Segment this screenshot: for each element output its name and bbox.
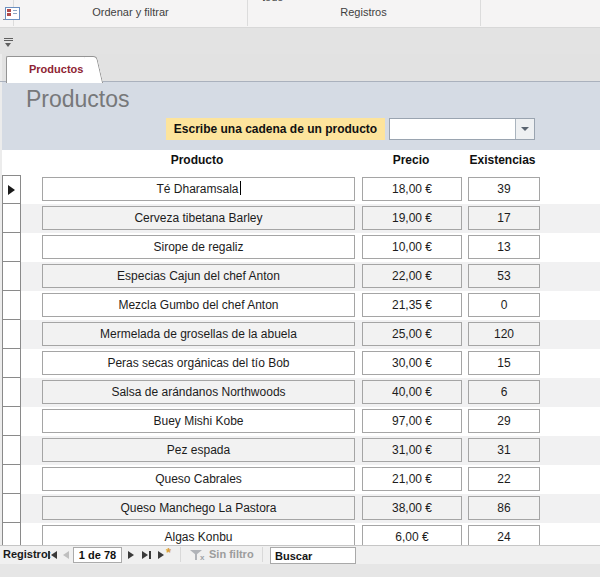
product-field[interactable]: Peras secas orgánicas del tío Bob xyxy=(42,351,355,375)
table-row: Peras secas orgánicas del tío Bob 30,00 … xyxy=(2,349,600,378)
record-selector[interactable] xyxy=(2,320,21,349)
table-row: Algas Konbu 6,00 € 24 xyxy=(2,523,600,545)
product-field[interactable]: Mezcla Gumbo del chef Anton xyxy=(42,293,355,317)
table-row: Queso Cabrales 21,00 € 22 xyxy=(2,465,600,494)
access-window: Ordenar y filtrar todo Registros Product… xyxy=(0,0,600,577)
first-record-button[interactable] xyxy=(48,546,59,564)
record-selector[interactable] xyxy=(2,262,21,291)
record-selector[interactable] xyxy=(2,436,21,465)
column-header-existencias: Existencias xyxy=(467,153,538,167)
table-row: Pez espada 31,00 € 31 xyxy=(2,436,600,465)
price-field[interactable]: 25,00 € xyxy=(362,322,462,346)
price-field[interactable]: 22,00 € xyxy=(362,264,462,288)
column-header-precio: Precio xyxy=(361,153,461,167)
record-selector[interactable] xyxy=(2,523,21,545)
record-selector[interactable] xyxy=(2,175,21,204)
record-selector[interactable] xyxy=(2,233,21,262)
product-field[interactable]: Salsa de arándanos Northwoods xyxy=(42,380,355,404)
product-field[interactable]: Té Dharamsala xyxy=(42,177,355,201)
stock-field[interactable]: 39 xyxy=(468,177,540,201)
price-field[interactable]: 21,35 € xyxy=(362,293,462,317)
search-input[interactable] xyxy=(271,548,355,563)
rows-container: Té Dharamsala 18,00 € 39 Cerveza tibetan… xyxy=(2,175,600,545)
product-field[interactable]: Algas Konbu xyxy=(42,525,355,545)
stock-field[interactable]: 17 xyxy=(468,206,540,230)
toolbar-strip xyxy=(0,28,600,54)
record-search-box xyxy=(270,547,356,564)
last-record-button[interactable] xyxy=(142,546,153,564)
price-field[interactable]: 18,00 € xyxy=(362,177,462,201)
new-record-star-icon: * xyxy=(166,547,171,559)
record-selector[interactable] xyxy=(2,407,21,436)
stock-field[interactable]: 6 xyxy=(468,380,540,404)
record-selector[interactable] xyxy=(2,291,21,320)
next-record-icon xyxy=(128,551,134,559)
previous-record-icon xyxy=(63,551,69,559)
product-field[interactable]: Mermelada de grosellas de la abuela xyxy=(42,322,355,346)
navigator-separator xyxy=(180,547,181,562)
stock-field[interactable]: 120 xyxy=(468,322,540,346)
product-field[interactable]: Pez espada xyxy=(42,438,355,462)
table-row: Té Dharamsala 18,00 € 39 xyxy=(2,175,600,204)
record-selector[interactable] xyxy=(2,204,21,233)
record-selector[interactable] xyxy=(2,494,21,523)
chevron-down-icon[interactable] xyxy=(515,119,534,139)
stock-field[interactable]: 15 xyxy=(468,351,540,375)
table-row: Cerveza tibetana Barley 19,00 € 17 xyxy=(2,204,600,233)
table-row: Queso Manchego La Pastora 38,00 € 86 xyxy=(2,494,600,523)
table-row: Sirope de regaliz 10,00 € 13 xyxy=(2,233,600,262)
navigator-separator xyxy=(262,547,263,562)
table-row: Mermelada de grosellas de la abuela 25,0… xyxy=(2,320,600,349)
record-position-box[interactable]: 1 de 78 xyxy=(73,547,122,563)
record-selector[interactable] xyxy=(2,378,21,407)
stock-field[interactable]: 29 xyxy=(468,409,540,433)
column-header-producto: Producto xyxy=(41,153,353,167)
form-icon xyxy=(5,7,20,20)
stock-field[interactable]: 31 xyxy=(468,438,540,462)
ribbon-group-separator xyxy=(480,0,481,26)
stock-field[interactable]: 13 xyxy=(468,235,540,259)
product-field[interactable]: Sirope de regaliz xyxy=(42,235,355,259)
product-field[interactable]: Queso Cabrales xyxy=(42,467,355,491)
last-record-icon xyxy=(142,551,148,559)
product-field[interactable]: Buey Mishi Kobe xyxy=(42,409,355,433)
price-field[interactable]: 30,00 € xyxy=(362,351,462,375)
price-field[interactable]: 21,00 € xyxy=(362,467,462,491)
price-field[interactable]: 10,00 € xyxy=(362,235,462,259)
previous-record-button[interactable] xyxy=(63,546,71,564)
stock-field[interactable]: 22 xyxy=(468,467,540,491)
table-row: Salsa de arándanos Northwoods 40,00 € 6 xyxy=(2,378,600,407)
stock-field[interactable]: 24 xyxy=(468,525,540,545)
record-navigation-bar: Registro: 1 de 78 * x Sin filtro xyxy=(0,545,600,565)
first-record-icon xyxy=(48,551,50,559)
record-selector[interactable] xyxy=(2,349,21,378)
product-field[interactable]: Cerveza tibetana Barley xyxy=(42,206,355,230)
stock-field[interactable]: 53 xyxy=(468,264,540,288)
product-field[interactable]: Especias Cajun del chef Anton xyxy=(42,264,355,288)
new-record-button[interactable]: * xyxy=(158,546,174,564)
product-search-combobox[interactable] xyxy=(389,118,535,140)
record-selector[interactable] xyxy=(2,465,21,494)
price-field[interactable]: 97,00 € xyxy=(362,409,462,433)
tab-label[interactable]: Productos xyxy=(29,56,83,82)
window-bottom-strip xyxy=(0,564,600,577)
new-record-icon xyxy=(158,551,164,559)
ribbon-bottom: Ordenar y filtrar todo Registros xyxy=(0,0,600,27)
product-field[interactable]: Queso Manchego La Pastora xyxy=(42,496,355,520)
price-field[interactable]: 31,00 € xyxy=(362,438,462,462)
page-title: Productos xyxy=(26,86,130,113)
price-field[interactable]: 40,00 € xyxy=(362,380,462,404)
text-cursor xyxy=(240,181,241,195)
table-row: Buey Mishi Kobe 97,00 € 29 xyxy=(2,407,600,436)
stock-field[interactable]: 0 xyxy=(468,293,540,317)
filter-status[interactable]: Sin filtro xyxy=(209,548,254,560)
record-label: Registro: xyxy=(3,548,51,560)
price-field[interactable]: 38,00 € xyxy=(362,496,462,520)
collapse-icon[interactable] xyxy=(4,38,13,48)
ribbon-group-records: Registros xyxy=(248,6,479,18)
price-field[interactable]: 19,00 € xyxy=(362,206,462,230)
stock-field[interactable]: 86 xyxy=(468,496,540,520)
filter-x-icon: x xyxy=(200,553,204,562)
next-record-button[interactable] xyxy=(128,546,136,564)
price-field[interactable]: 6,00 € xyxy=(362,525,462,545)
